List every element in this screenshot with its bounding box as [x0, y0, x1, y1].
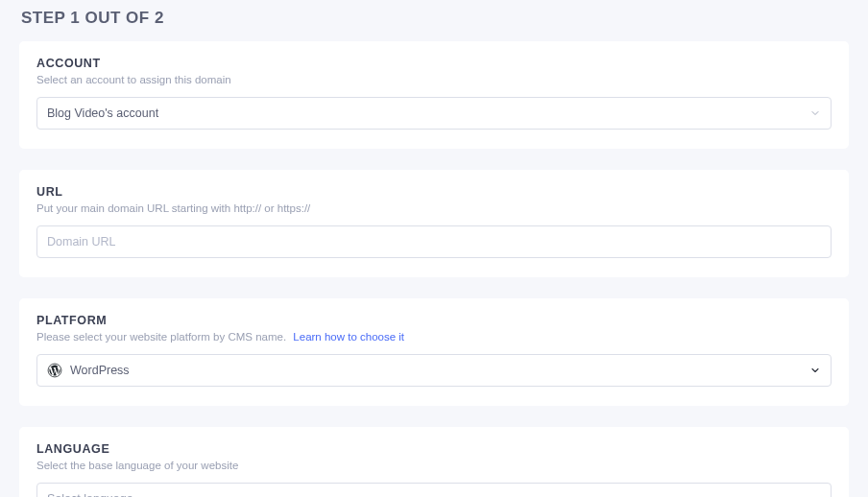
platform-card: PLATFORM Please select your website plat… [19, 298, 849, 406]
step-indicator: STEP 1 OUT OF 2 [21, 9, 849, 28]
platform-select-value: WordPress [70, 364, 130, 377]
url-subtext: Put your main domain URL starting with h… [36, 202, 832, 214]
url-input[interactable] [36, 225, 832, 258]
account-subtext: Select an account to assign this domain [36, 74, 832, 85]
wordpress-icon [47, 363, 62, 378]
form-container: STEP 1 OUT OF 2 ACCOUNT Select an accoun… [0, 0, 868, 497]
account-select[interactable]: Blog Video's account [36, 97, 832, 130]
platform-subtext-text: Please select your website platform by C… [36, 331, 286, 343]
chevron-down-icon [809, 365, 821, 376]
account-heading: ACCOUNT [36, 57, 832, 70]
language-select-placeholder: Select language... [47, 492, 143, 497]
language-heading: LANGUAGE [36, 442, 832, 456]
platform-heading: PLATFORM [36, 314, 832, 327]
url-card: URL Put your main domain URL starting wi… [19, 170, 849, 277]
chevron-down-icon [809, 493, 821, 497]
language-subtext: Select the base language of your website [36, 460, 832, 471]
url-heading: URL [36, 185, 832, 199]
platform-select-value-wrap: WordPress [47, 363, 130, 378]
account-card: ACCOUNT Select an account to assign this… [19, 41, 849, 149]
platform-learn-link[interactable]: Learn how to choose it [293, 331, 404, 343]
chevron-down-icon [809, 107, 821, 119]
platform-subtext: Please select your website platform by C… [36, 331, 832, 343]
language-card: LANGUAGE Select the base language of you… [19, 427, 849, 497]
platform-select[interactable]: WordPress [36, 354, 832, 387]
account-select-value: Blog Video's account [47, 106, 158, 120]
language-select[interactable]: Select language... [36, 483, 832, 497]
